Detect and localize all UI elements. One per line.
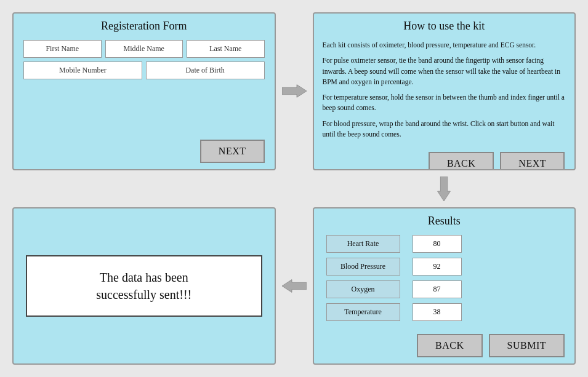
success-message: The data has been successfully sent!!! — [26, 255, 262, 317]
howto-panel: How to use the kit Each kit consists of … — [313, 12, 576, 170]
name-row: First Name Middle Name Last Name — [23, 40, 265, 58]
blood-pressure-label: Blood Pressure — [326, 258, 400, 276]
heart-rate-value: 80 — [413, 235, 462, 253]
howto-para-4: For blood pressure, wrap the band around… — [323, 119, 566, 140]
arrow-right-1 — [276, 12, 313, 170]
result-row-heart-rate: Heart Rate 80 — [326, 235, 563, 253]
right-arrow-icon — [282, 79, 307, 103]
svg-marker-2 — [282, 279, 307, 292]
success-line1: The data has been — [100, 271, 188, 284]
reg-btn-row: NEXT — [14, 135, 275, 169]
oxygen-label: Oxygen — [326, 280, 400, 298]
svg-marker-1 — [438, 177, 451, 201]
success-panel: The data has been successfully sent!!! — [12, 207, 276, 365]
registration-panel: Registeration Form First Name Middle Nam… — [12, 12, 276, 170]
howto-para-1: Each kit consists of oximeter, blood pre… — [323, 40, 566, 50]
results-btn-row: BACK SUBMIT — [314, 331, 575, 363]
oxygen-value: 87 — [413, 280, 462, 298]
howto-btn-row: BACK NEXT — [314, 149, 575, 170]
results-back-button[interactable]: BACK — [417, 334, 482, 357]
arrow-left-container — [276, 207, 313, 365]
howto-para-3: For temperature sensor, hold the sensor … — [323, 92, 566, 114]
reg-next-button[interactable]: NEXT — [200, 140, 265, 163]
registration-form: First Name Middle Name Last Name Mobile … — [14, 38, 275, 88]
howto-next-button[interactable]: NEXT — [500, 152, 565, 170]
results-grid: Heart Rate 80 Blood Pressure 92 Oxygen 8… — [314, 232, 575, 332]
result-row-blood-pressure: Blood Pressure 92 — [326, 258, 563, 276]
heart-rate-label: Heart Rate — [326, 235, 400, 253]
howto-body: Each kit consists of oximeter, blood pre… — [314, 38, 575, 149]
contact-row: Mobile Number Date of Birth — [23, 62, 265, 79]
success-line2: successfully sent!!! — [96, 288, 191, 301]
howto-para-2: For pulse oximeter sensor, tie the band … — [323, 55, 566, 87]
first-name-field[interactable]: First Name — [23, 40, 102, 58]
last-name-field[interactable]: Last Name — [187, 40, 265, 58]
result-row-oxygen: Oxygen 87 — [326, 280, 563, 298]
results-title: Results — [314, 208, 575, 232]
empty-cell-1 — [12, 170, 276, 207]
left-arrow-icon — [282, 274, 307, 298]
date-of-birth-field[interactable]: Date of Birth — [146, 62, 265, 79]
howto-title: How to use the kit — [314, 14, 575, 38]
results-submit-button[interactable]: SUBMIT — [489, 334, 565, 357]
temperature-value: 38 — [413, 303, 462, 321]
results-panel: Results Heart Rate 80 Blood Pressure 92 … — [313, 207, 576, 365]
middle-name-field[interactable]: Middle Name — [105, 40, 183, 58]
howto-back-button[interactable]: BACK — [429, 152, 494, 170]
blood-pressure-value: 92 — [413, 258, 462, 276]
registration-title: Registeration Form — [14, 14, 275, 38]
mobile-number-field[interactable]: Mobile Number — [23, 62, 142, 79]
arrow-down-1 — [313, 170, 576, 207]
result-row-temperature: Temperature 38 — [326, 303, 563, 321]
temperature-label: Temperature — [326, 303, 400, 321]
down-arrow-icon — [432, 177, 456, 201]
svg-marker-0 — [282, 85, 307, 98]
